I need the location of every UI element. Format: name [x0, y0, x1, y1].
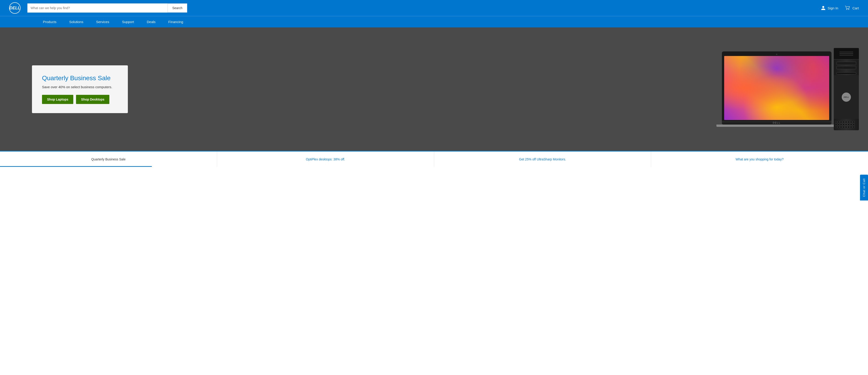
- tower-vent-1: [839, 52, 853, 52]
- logo-text: DELL: [9, 6, 20, 10]
- nav-services[interactable]: Services: [90, 16, 116, 27]
- laptop-device: DELL: [722, 51, 832, 127]
- vent-cell: [845, 121, 847, 123]
- bottom-bar-optiplex[interactable]: OptiPlex desktops: 38% off.: [217, 151, 434, 167]
- bottom-bar-shopping[interactable]: What are you shopping for today?: [651, 151, 868, 167]
- vent-cell: [848, 121, 849, 123]
- laptop-screen: [724, 56, 829, 120]
- vent-cell: [838, 121, 839, 123]
- vent-cell: [838, 126, 839, 128]
- tower-vents: [834, 119, 859, 130]
- vent-cell: [850, 126, 852, 128]
- promo-subtitle: Save over 40% on select business compute…: [42, 85, 118, 89]
- vent-cell: [835, 126, 837, 128]
- laptop-base: DELL: [722, 121, 832, 124]
- vent-cell: [845, 126, 847, 128]
- laptop-brand-label: DELL: [773, 122, 781, 124]
- tower-vent-row-3: [835, 126, 858, 128]
- shop-laptops-button[interactable]: Shop Laptops: [42, 95, 73, 104]
- tower-vent-3: [839, 55, 853, 56]
- bottom-bar-ultrasharp[interactable]: Get 25% off UltraSharp Monitors.: [434, 151, 651, 167]
- laptop-wallpaper: [724, 56, 829, 120]
- quarterly-sale-label: Quarterly Business Sale: [91, 157, 126, 161]
- nav-support[interactable]: Support: [116, 16, 141, 27]
- laptop-camera: [776, 54, 777, 55]
- bottom-bar: Quarterly Business Sale OptiPlex desktop…: [0, 151, 868, 167]
- cart-icon: [845, 5, 851, 10]
- vent-cell: [850, 124, 852, 125]
- vent-cell: [843, 126, 844, 128]
- vent-cell: [840, 126, 842, 128]
- ultrasharp-label: Get 25% off UltraSharp Monitors.: [519, 157, 566, 161]
- shop-desktops-button[interactable]: Shop Desktops: [76, 95, 110, 104]
- person-icon: [821, 5, 826, 10]
- tower-port-1: [836, 62, 856, 65]
- nav-solutions[interactable]: Solutions: [63, 16, 90, 27]
- vent-cell: [835, 121, 837, 123]
- tower-mid: DELL: [834, 75, 859, 119]
- tower-ports: [834, 59, 859, 71]
- tower-vent-2: [839, 53, 853, 54]
- tower-vent-row-2: [835, 124, 858, 125]
- sign-in-label: Sign In: [828, 6, 838, 10]
- nav-deals[interactable]: Deals: [141, 16, 162, 27]
- vent-cell: [848, 126, 849, 128]
- hero-section: Quarterly Business Sale Save over 40% on…: [0, 27, 868, 151]
- search-input[interactable]: [27, 3, 167, 12]
- bottom-bar-quarterly-sale[interactable]: Quarterly Business Sale: [0, 151, 217, 167]
- vent-cell: [843, 124, 844, 125]
- vent-cell: [845, 124, 847, 125]
- vent-cell: [850, 121, 852, 123]
- vent-cell: [840, 124, 842, 125]
- dell-logo[interactable]: DELL: [9, 2, 21, 14]
- shopping-label: What are you shopping for today?: [736, 157, 783, 161]
- tower-logo: DELL: [842, 92, 851, 102]
- tower-drive: [836, 73, 856, 74]
- tower-logo-text: DELL: [844, 96, 849, 98]
- laptop-image: DELL: [722, 51, 832, 127]
- nav-financing[interactable]: Financing: [162, 16, 189, 27]
- promo-card: Quarterly Business Sale Save over 40% on…: [32, 65, 128, 113]
- cart-label: Cart: [852, 6, 859, 10]
- header: DELL Search Sign In Cart: [0, 0, 868, 16]
- vent-cell: [835, 124, 837, 125]
- promo-buttons: Shop Laptops Shop Desktops: [42, 95, 118, 104]
- header-actions: Sign In Cart: [821, 5, 859, 10]
- optiplex-label: OptiPlex desktops: 38% off.: [306, 157, 345, 161]
- search-bar: Search: [27, 3, 187, 12]
- nav-products[interactable]: Products: [36, 16, 63, 27]
- desktop-tower: DELL: [834, 48, 859, 130]
- search-button[interactable]: Search: [167, 3, 187, 12]
- promo-title: Quarterly Business Sale: [42, 75, 118, 82]
- sign-in-link[interactable]: Sign In: [821, 5, 838, 10]
- tower-top: [834, 48, 859, 59]
- tower-port-2: [836, 66, 856, 69]
- vent-cell: [840, 121, 842, 123]
- vent-cell: [843, 121, 844, 123]
- main-nav: Products Solutions Services Support Deal…: [0, 16, 868, 27]
- vent-cell: [853, 126, 855, 128]
- vent-cell: [838, 124, 839, 125]
- vent-cell: [853, 124, 855, 125]
- laptop-foot: [716, 124, 837, 127]
- vent-cell: [848, 124, 849, 125]
- vent-cell: [853, 121, 855, 123]
- cart-link[interactable]: Cart: [845, 5, 859, 10]
- tower-vent-row-1: [835, 121, 858, 123]
